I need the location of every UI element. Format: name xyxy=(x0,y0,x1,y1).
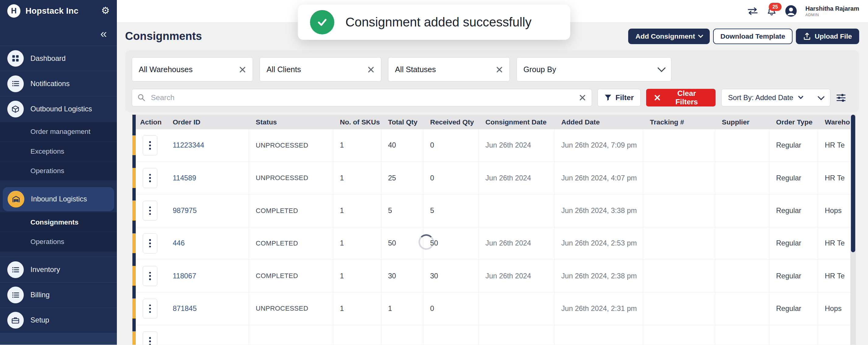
inbound-warehouse-icon xyxy=(8,191,24,208)
settings-gear-icon[interactable]: ⚙ xyxy=(101,6,110,15)
sidebar: H Hopstack Inc ⚙ « Dashboard Notificatio… xyxy=(0,0,117,345)
column-settings-sliders-icon[interactable] xyxy=(836,93,846,102)
row-menu-button[interactable] xyxy=(143,168,157,188)
sidebar-item-label: Setup xyxy=(30,316,49,324)
chevron-down-icon xyxy=(698,33,703,38)
sidebar-collapse-control[interactable]: « xyxy=(0,22,117,45)
sidebar-item-label: Inbound Logistics xyxy=(31,195,87,203)
consignment-date-cell xyxy=(479,194,555,227)
sort-by-label: Sort By: Added Date xyxy=(728,94,793,102)
order-type-cell: Regular xyxy=(769,292,818,324)
order-id-link[interactable]: 11223344 xyxy=(173,141,204,149)
sidebar-item-exceptions[interactable]: Exceptions xyxy=(0,141,117,161)
sidebar-item-billing[interactable]: Billing xyxy=(0,282,117,308)
sidebar-item-consignments[interactable]: Consignments xyxy=(0,212,117,232)
collapse-chevrons-icon[interactable]: « xyxy=(100,27,107,40)
sidebar-item-inventory[interactable]: Inventory xyxy=(0,257,117,282)
row-menu-button[interactable] xyxy=(143,201,157,221)
group-by-select[interactable]: Group By xyxy=(517,57,672,82)
upload-icon xyxy=(803,32,811,40)
table-body-area: Action Order ID Status No. of SKUs Total… xyxy=(132,115,850,345)
total-qty-cell: 1 xyxy=(381,292,423,324)
clear-search-icon[interactable] xyxy=(579,94,586,101)
upload-file-button[interactable]: Upload File xyxy=(796,29,859,44)
warehouse-filter[interactable]: All Warehouses xyxy=(132,57,253,82)
row-menu-button[interactable] xyxy=(143,266,157,286)
outbound-box-icon xyxy=(7,101,24,118)
tracking-cell xyxy=(643,325,715,345)
order-type-cell: Regular xyxy=(769,194,818,227)
column-header: Status xyxy=(249,118,333,126)
warehouse-cell xyxy=(818,325,850,345)
column-header: Total Qty xyxy=(381,118,423,126)
subitem-label: Operations xyxy=(30,167,64,175)
success-toast: Consignment added successfully xyxy=(298,5,570,40)
clear-status-filter-icon[interactable] xyxy=(496,66,503,73)
filter-button[interactable]: Filter xyxy=(597,89,641,106)
download-template-button[interactable]: Download Template xyxy=(713,29,793,44)
supplier-cell xyxy=(715,162,769,194)
row-menu-button[interactable] xyxy=(143,331,157,345)
client-filter-value: All Clients xyxy=(267,65,301,74)
search-box xyxy=(132,89,592,106)
subitem-label: Order management xyxy=(30,127,90,136)
order-type-cell xyxy=(769,325,818,345)
status-filter[interactable]: All Statuses xyxy=(388,57,510,82)
brand-name: Hopstack Inc xyxy=(26,6,96,16)
subitem-label: Consignments xyxy=(30,218,79,226)
sidebar-item-order-management[interactable]: Order management xyxy=(0,122,117,142)
order-type-cell: Regular xyxy=(769,129,818,161)
clear-filters-button[interactable]: Clear Filters xyxy=(646,89,715,106)
sidebar-item-inbound-logistics[interactable]: Inbound Logistics xyxy=(3,187,114,211)
sidebar-item-outbound-operations[interactable]: Operations xyxy=(0,161,117,181)
transfer-arrows-icon[interactable] xyxy=(747,7,758,15)
group-by-value: Group By xyxy=(524,65,556,74)
order-id-link[interactable]: 114589 xyxy=(173,174,196,182)
scrollbar-thumb[interactable] xyxy=(851,115,856,252)
order-id-link[interactable]: 118067 xyxy=(173,272,196,280)
sidebar-item-setup[interactable]: Setup xyxy=(0,308,117,333)
sidebar-gap xyxy=(0,180,117,186)
received-qty-cell: 0 xyxy=(423,292,479,324)
clear-client-filter-icon[interactable] xyxy=(367,66,375,73)
row-menu-button[interactable] xyxy=(143,233,157,253)
inventory-list-icon xyxy=(7,261,24,278)
sidebar-item-outbound-logistics[interactable]: Outbound Logistics xyxy=(0,96,117,121)
tracking-cell xyxy=(643,194,715,227)
order-id-link[interactable]: 446 xyxy=(173,239,184,247)
user-info: Harshitha Rajaram ADMIN xyxy=(805,5,859,17)
order-type-cell: Regular xyxy=(769,162,818,194)
skus-cell: 1 xyxy=(333,162,381,194)
column-header: Order Type xyxy=(769,118,818,126)
sidebar-item-dashboard[interactable]: Dashboard xyxy=(0,45,117,71)
received-qty-cell: 0 xyxy=(423,129,479,161)
sidebar-item-notifications[interactable]: Notifications xyxy=(0,71,117,96)
order-id-link[interactable]: 987975 xyxy=(173,207,196,215)
warehouse-cell: HR Te xyxy=(818,129,850,161)
hopstack-logo-icon: H xyxy=(7,4,21,18)
sort-by-button[interactable]: Sort By: Added Date xyxy=(721,89,831,106)
row-menu-button[interactable] xyxy=(143,135,157,155)
inbound-submenu: Consignments Operations xyxy=(0,212,117,251)
sidebar-item-inbound-operations[interactable]: Operations xyxy=(0,232,117,252)
row-menu-button[interactable] xyxy=(143,299,157,318)
filter-panel: All Warehouses All Clients All Statuses … xyxy=(125,50,859,113)
order-id-link[interactable]: 871845 xyxy=(173,305,196,313)
status-cell: COMPLETED xyxy=(249,227,333,259)
app-root: H Hopstack Inc ⚙ « Dashboard Notificatio… xyxy=(0,0,868,345)
outbound-submenu: Order management Exceptions Operations xyxy=(0,122,117,181)
search-input[interactable] xyxy=(150,93,574,102)
user-avatar[interactable] xyxy=(785,5,797,17)
warehouse-cell: HR Te xyxy=(818,260,850,292)
clear-warehouse-filter-icon[interactable] xyxy=(239,66,246,73)
notifications-bell-icon[interactable]: 25 xyxy=(767,7,777,15)
add-consignment-button[interactable]: Add Consignment xyxy=(628,29,710,44)
column-header: No. of SKUs xyxy=(333,118,381,126)
search-icon xyxy=(137,94,145,101)
warehouse-cell: Hops xyxy=(818,292,850,324)
client-filter[interactable]: All Clients xyxy=(259,57,381,82)
received-qty-cell: 30 xyxy=(423,260,479,292)
notification-count-badge: 25 xyxy=(769,3,781,11)
consignment-date-cell: Jun 26th 2024 xyxy=(479,129,555,161)
status-cell: UNPROCESSED xyxy=(249,162,333,194)
